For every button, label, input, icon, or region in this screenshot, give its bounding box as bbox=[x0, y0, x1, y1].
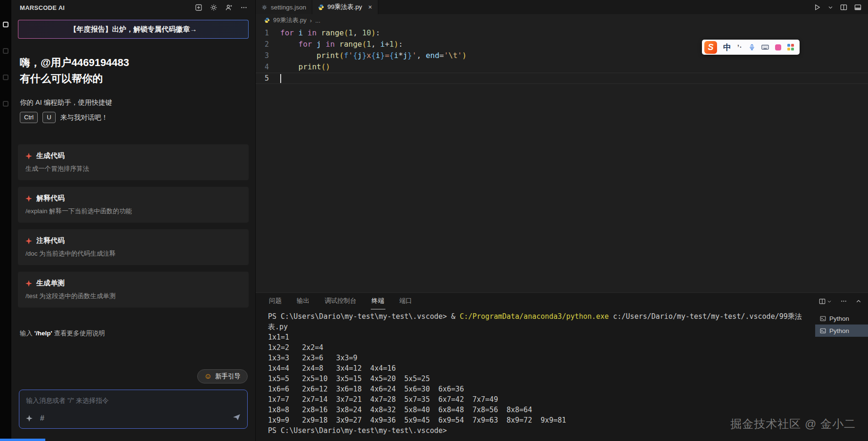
more-icon[interactable] bbox=[840, 298, 847, 305]
intro-text: 你的 AI 编程助手，使用快捷键 Ctrl U 来与我对话吧！ bbox=[20, 96, 247, 124]
hash-context-button[interactable]: # bbox=[40, 414, 44, 423]
more-icon[interactable] bbox=[240, 4, 248, 11]
help-hint: 输入 '/help' 查看更多使用说明 bbox=[20, 329, 247, 338]
card-comment-code[interactable]: 注释代码 /doc 为当前选中的代码生成注释 bbox=[18, 229, 249, 265]
card-desc: /test 为这段选中的函数生成单测 bbox=[25, 292, 241, 300]
run-icon[interactable] bbox=[814, 4, 821, 11]
chat-composer[interactable]: # bbox=[19, 390, 248, 429]
send-icon[interactable] bbox=[233, 413, 241, 423]
terminal-instance-list: Python Python bbox=[815, 309, 868, 441]
line-number: 2 bbox=[256, 39, 280, 50]
beginner-guide-button[interactable]: ☺ 新手引导 bbox=[197, 369, 248, 383]
python-icon bbox=[318, 4, 324, 10]
terminal-line: PS C:\Users\Dario\my-test\my-test\.vscod… bbox=[268, 311, 806, 332]
gear-icon[interactable] bbox=[210, 4, 217, 11]
line-number: 3 bbox=[256, 50, 280, 61]
mic-icon[interactable] bbox=[749, 44, 755, 50]
quick-action-cards: 生成代码 生成一个冒泡排序算法 解释代码 /explain 解释一下当前选中函数… bbox=[18, 144, 249, 308]
terminal-line: 1x1=1 bbox=[268, 332, 806, 342]
code-line[interactable]: 1for i in range(1, 10): bbox=[256, 27, 868, 39]
activity-icon-3[interactable] bbox=[3, 101, 8, 107]
keyboard-icon[interactable] bbox=[761, 44, 769, 50]
panel-tab-output[interactable]: 输出 bbox=[296, 293, 310, 309]
card-title: 生成代码 bbox=[36, 151, 65, 160]
card-generate-code[interactable]: 生成代码 生成一个冒泡排序算法 bbox=[18, 144, 249, 180]
ime-punctuation-icon[interactable]: ’· bbox=[737, 43, 743, 51]
intro-line2: 来与我对话吧！ bbox=[60, 111, 108, 124]
chevron-down-icon[interactable] bbox=[828, 5, 833, 10]
terminal-line: 1x6=6 2x6=12 3x6=18 4x6=24 5x6=30 6x6=36 bbox=[268, 384, 806, 394]
panel-tab-problems[interactable]: 问题 bbox=[268, 293, 283, 309]
code-line[interactable]: 5 bbox=[256, 73, 868, 84]
breadcrumb-more[interactable]: ... bbox=[315, 17, 320, 24]
card-generate-test[interactable]: 生成单测 /test 为这段选中的函数生成单测 bbox=[18, 272, 249, 308]
editor-region: settings.json 99乘法表.py × 99乘法表.py › ... … bbox=[256, 0, 868, 441]
terminal-line: 1x7=7 2x7=14 3x7=21 4x7=28 5x7=35 6x7=42… bbox=[268, 394, 806, 405]
chat-input[interactable] bbox=[26, 397, 241, 404]
split-editor-icon[interactable] bbox=[840, 4, 847, 11]
terminal-instance-python-2[interactable]: Python bbox=[815, 325, 868, 337]
spark-icon bbox=[25, 195, 32, 202]
terminal-instance-python-1[interactable]: Python bbox=[815, 312, 868, 325]
breadcrumb[interactable]: 99乘法表.py › ... bbox=[256, 14, 868, 26]
breadcrumb-file[interactable]: 99乘法表.py bbox=[273, 16, 307, 25]
guide-button-label: 新手引导 bbox=[215, 372, 241, 381]
panel-actions bbox=[819, 298, 861, 305]
split-terminal-icon[interactable] bbox=[819, 298, 826, 305]
panel-tab-terminal[interactable]: 终端 bbox=[371, 293, 385, 309]
spark-command-icon[interactable] bbox=[26, 415, 33, 422]
tab-settings-json[interactable]: settings.json bbox=[256, 0, 312, 14]
code-editor[interactable]: 1for i in range(1, 10):2 for j in range(… bbox=[256, 26, 868, 292]
line-number: 4 bbox=[256, 61, 280, 73]
help-command: '/help' bbox=[34, 330, 52, 337]
annual-report-banner[interactable]: 【年度报告】出炉，解锁专属代码徽章→ bbox=[18, 20, 249, 39]
kbd-ctrl: Ctrl bbox=[20, 112, 38, 123]
marscode-activity-icon[interactable] bbox=[3, 22, 8, 27]
card-explain-code[interactable]: 解释代码 /explain 解释一下当前选中函数的功能 bbox=[18, 187, 249, 223]
python-icon bbox=[264, 17, 270, 23]
activity-icon-1[interactable] bbox=[3, 48, 8, 54]
terminal-line: PS C:\Users\Dario\my-test\my-test\.vscod… bbox=[268, 425, 806, 436]
layout-panel-icon[interactable] bbox=[854, 4, 861, 11]
tab-label: settings.json bbox=[271, 4, 306, 11]
terminal-instance-label: Python bbox=[829, 315, 849, 322]
ime-toolbar: S 中 ’· bbox=[702, 40, 800, 55]
greeting-line1: 嗨，@用户4469194483 bbox=[20, 55, 247, 71]
terminal-line: 1x3=3 2x3=6 3x3=9 bbox=[268, 353, 806, 363]
panel-header: 问题 输出 调试控制台 终端 端口 bbox=[256, 293, 868, 309]
bottom-blue-strip bbox=[0, 439, 45, 441]
line-number: 1 bbox=[256, 27, 280, 39]
terminal-icon bbox=[820, 316, 826, 322]
close-icon[interactable]: × bbox=[368, 4, 372, 10]
bottom-panel: 问题 输出 调试控制台 终端 端口 PS C:\Users\Dario\my-t… bbox=[256, 292, 868, 441]
marscode-sidebar: MARSCODE AI 【年度报告】出炉，解锁专属代码徽章→ 嗨，@用户4469… bbox=[11, 0, 256, 441]
ime-mode-chinese[interactable]: 中 bbox=[723, 42, 731, 53]
smiley-icon: ☺ bbox=[204, 373, 212, 380]
line-number: 5 bbox=[256, 73, 280, 84]
json-gear-icon bbox=[261, 4, 267, 10]
ime-toolbox-icon[interactable] bbox=[787, 44, 794, 50]
sogou-logo-icon[interactable]: S bbox=[704, 41, 717, 54]
spark-icon bbox=[25, 153, 32, 159]
ime-skin-icon[interactable] bbox=[775, 44, 781, 50]
spark-icon bbox=[25, 238, 32, 244]
sidebar-header: MARSCODE AI bbox=[11, 0, 255, 15]
panel-tab-debug-console[interactable]: 调试控制台 bbox=[324, 293, 358, 309]
vscode-window: MARSCODE AI 【年度报告】出炉，解锁专属代码徽章→ 嗨，@用户4469… bbox=[0, 0, 868, 441]
tab-99-multiplication-py[interactable]: 99乘法表.py × bbox=[312, 0, 378, 14]
editor-actions bbox=[814, 0, 868, 14]
terminal-line: 1x2=2 2x2=4 bbox=[268, 342, 806, 353]
new-chat-icon[interactable] bbox=[195, 4, 202, 11]
code-line[interactable]: 4 print() bbox=[256, 61, 868, 73]
card-desc: /explain 解释一下当前选中函数的功能 bbox=[25, 207, 241, 216]
kbd-u: U bbox=[42, 112, 55, 123]
greeting: 嗨，@用户4469194483 有什么可以帮你的 bbox=[20, 55, 247, 87]
sidebar-title: MARSCODE AI bbox=[20, 4, 65, 11]
activity-icon-2[interactable] bbox=[3, 75, 8, 80]
terminal-output[interactable]: PS C:\Users\Dario\my-test\my-test\.vscod… bbox=[256, 309, 815, 441]
chevron-down-icon[interactable] bbox=[827, 299, 832, 304]
profile-icon[interactable] bbox=[225, 4, 233, 11]
spark-icon bbox=[25, 280, 32, 287]
panel-tab-ports[interactable]: 端口 bbox=[399, 293, 413, 309]
chevron-up-icon[interactable] bbox=[856, 299, 861, 304]
